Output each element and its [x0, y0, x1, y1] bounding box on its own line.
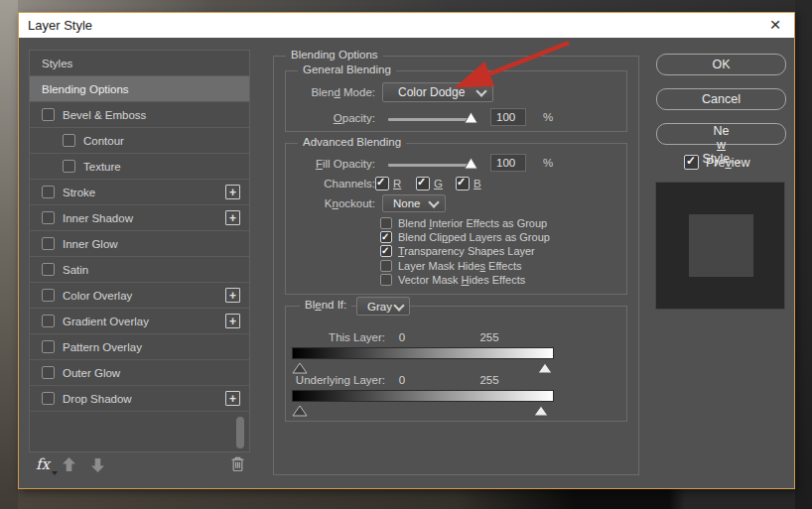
general-blending-legend: General Blending	[298, 64, 396, 75]
channel-r-label: R	[393, 178, 401, 190]
sidebar-item-label: Stroke	[63, 187, 95, 198]
add-instance-icon[interactable]: +	[225, 185, 240, 199]
option-checkbox[interactable]	[380, 260, 392, 272]
sidebar-item-inner-glow[interactable]: Inner Glow	[30, 231, 249, 257]
channels-label: Channels:	[286, 178, 375, 190]
dialog-titlebar[interactable]: Layer Style ×	[19, 13, 794, 38]
sidebar-item-label: Contour	[83, 135, 124, 147]
effect-checkbox[interactable]	[63, 160, 75, 173]
opacity-slider-thumb[interactable]	[464, 110, 478, 123]
new-style-button[interactable]: New Style...	[656, 123, 786, 145]
move-effect-down-icon[interactable]	[91, 457, 104, 476]
add-instance-icon[interactable]: +	[225, 391, 240, 406]
option-label: Layer Mask Hides Effects	[398, 260, 522, 272]
opacity-input[interactable]: 100	[490, 108, 526, 126]
channel-g-label: G	[434, 178, 443, 190]
option-vector-mask-hides[interactable]: Vector Mask Hides Effects	[380, 275, 550, 286]
add-instance-icon[interactable]: +	[225, 210, 240, 225]
sidebar-item-styles[interactable]: Styles	[30, 51, 249, 76]
sidebar-item-label: Inner Glow	[63, 238, 118, 250]
sidebar-item-gradient-overlay[interactable]: Gradient Overlay+	[30, 309, 249, 334]
opacity-unit: %	[543, 111, 553, 123]
opacity-slider-track[interactable]	[388, 118, 470, 121]
background-photo-bottom	[18, 488, 812, 509]
underlying-layer-highlight-thumb[interactable]	[533, 403, 549, 415]
this-layer-shadow-thumb[interactable]	[292, 360, 308, 372]
sidebar-item-blending-options[interactable]: Blending Options	[30, 76, 249, 102]
fx-menu-icon[interactable]: fx	[36, 455, 50, 473]
this-layer-highlight-thumb[interactable]	[537, 360, 553, 372]
underlying-layer-min: 0	[395, 374, 409, 386]
list-scrollbar-thumb[interactable]	[236, 417, 244, 448]
style-preview-swatch	[689, 214, 753, 277]
sidebar-item-outer-glow[interactable]: Outer Glow	[30, 360, 249, 386]
fill-opacity-unit: %	[543, 157, 553, 169]
cancel-button[interactable]: Cancel	[656, 88, 786, 110]
close-icon[interactable]: ×	[765, 13, 785, 38]
option-transparency-shapes[interactable]: Transparency Shapes Layer	[380, 246, 550, 257]
screenshot-stage: Layer Style × Styles Blending Options Be…	[0, 0, 812, 509]
chevron-down-icon	[428, 196, 439, 207]
preview-toggle[interactable]: Preview	[684, 155, 749, 170]
blend-mode-label: Blend Mode:	[286, 86, 375, 98]
option-checkbox[interactable]	[380, 274, 392, 286]
sidebar-item-stroke[interactable]: Stroke+	[30, 180, 249, 205]
chevron-down-icon	[393, 300, 404, 311]
effect-checkbox[interactable]	[42, 315, 55, 327]
add-instance-icon[interactable]: +	[225, 314, 240, 328]
this-layer-gradient-bar[interactable]	[292, 347, 554, 359]
sidebar-item-label: Outer Glow	[63, 367, 120, 379]
effect-checkbox[interactable]	[42, 289, 55, 302]
sidebar-item-label: Color Overlay	[63, 290, 132, 302]
option-blend-clipped[interactable]: Blend Clipped Layers as Group	[380, 231, 550, 242]
sidebar-item-inner-shadow[interactable]: Inner Shadow+	[30, 205, 249, 231]
panel-header: Blending Options	[286, 49, 383, 61]
sidebar-item-texture[interactable]: Texture	[30, 154, 249, 180]
sidebar-item-pattern-overlay[interactable]: Pattern Overlay	[30, 334, 249, 360]
option-checkbox[interactable]	[380, 217, 392, 229]
fill-opacity-slider-track[interactable]	[388, 164, 470, 167]
sidebar-item-label: Texture	[83, 161, 121, 173]
effect-checkbox[interactable]	[42, 392, 55, 405]
fill-opacity-input[interactable]: 100	[490, 154, 526, 172]
option-checkbox[interactable]	[380, 245, 392, 257]
underlying-layer-gradient-bar[interactable]	[292, 390, 554, 402]
effect-checkbox[interactable]	[42, 340, 55, 353]
sidebar-item-drop-shadow[interactable]: Drop Shadow+	[30, 386, 249, 412]
channel-r-checkbox[interactable]	[375, 177, 389, 191]
underlying-layer-shadow-thumb[interactable]	[292, 403, 308, 415]
effect-checkbox[interactable]	[42, 211, 55, 224]
sidebar-item-bevel-emboss[interactable]: Bevel & Emboss	[30, 102, 249, 128]
effect-checkbox[interactable]	[42, 237, 55, 250]
blend-if-label: Blend If:	[300, 299, 351, 311]
effect-checkbox[interactable]	[42, 366, 55, 379]
sidebar-item-label: Styles	[42, 58, 72, 69]
effect-checkbox[interactable]	[42, 263, 55, 276]
effect-checkbox[interactable]	[42, 186, 55, 198]
preview-checkbox[interactable]	[684, 155, 699, 170]
move-effect-up-icon[interactable]	[63, 457, 75, 476]
option-label: Transparency Shapes Layer	[398, 245, 535, 257]
sidebar-footer: fx	[29, 454, 250, 480]
advanced-blending-legend: Advanced Blending	[298, 136, 406, 148]
effect-checkbox[interactable]	[63, 134, 75, 147]
add-instance-icon[interactable]: +	[225, 288, 240, 303]
opacity-label: Opacity:	[286, 112, 375, 124]
option-blend-interior[interactable]: Blend Interior Effects as Group	[380, 217, 550, 228]
blend-if-value: Gray	[357, 301, 392, 313]
sidebar-item-contour[interactable]: Contour	[30, 128, 249, 154]
ok-button[interactable]: OK	[656, 54, 786, 75]
channel-b-checkbox[interactable]	[456, 177, 470, 191]
sidebar-item-color-overlay[interactable]: Color Overlay+	[30, 283, 249, 309]
delete-effect-icon[interactable]	[230, 455, 245, 476]
channel-g-checkbox[interactable]	[416, 177, 430, 191]
option-checkbox[interactable]	[380, 231, 392, 243]
sidebar-item-satin[interactable]: Satin	[30, 257, 249, 283]
option-layer-mask-hides[interactable]: Layer Mask Hides Effects	[380, 260, 550, 271]
fill-opacity-slider-thumb[interactable]	[464, 156, 478, 169]
knockout-dropdown[interactable]: None	[382, 194, 446, 212]
effect-checkbox[interactable]	[42, 108, 55, 121]
blend-mode-dropdown[interactable]: Color Dodge	[382, 82, 493, 102]
option-label: Vector Mask Hides Effects	[398, 274, 525, 286]
blend-if-dropdown[interactable]: Gray	[356, 297, 410, 316]
